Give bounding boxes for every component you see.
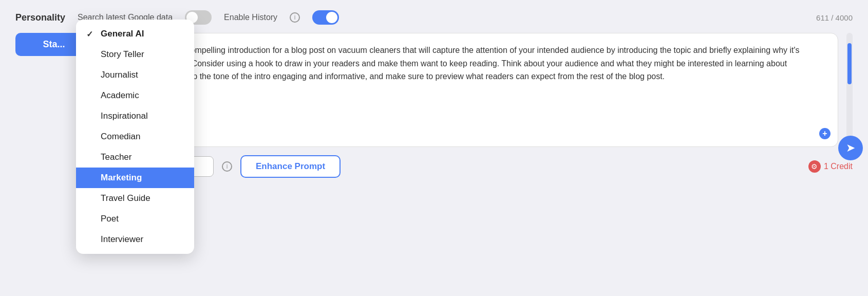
dropdown-item-label: Marketing <box>101 173 142 183</box>
checkmark-placeholder <box>86 91 97 100</box>
checkmark-placeholder <box>86 50 97 59</box>
personality-label: Personality <box>15 12 65 23</box>
scrollbar-thumb[interactable] <box>847 43 852 84</box>
main-container: Personality Search latest Google data En… <box>0 0 868 296</box>
checkmark-placeholder <box>86 70 97 80</box>
credit-badge: ⚙ 1 Credit <box>808 160 853 173</box>
enable-history-toggle[interactable] <box>312 10 339 25</box>
dropdown-item-label: Inspirational <box>101 111 148 121</box>
checkmark-placeholder <box>86 214 97 224</box>
dropdown-item-label: Teacher <box>101 152 131 162</box>
advanced-info-icon[interactable]: i <box>222 161 232 172</box>
dropdown-item-marketing[interactable]: Marketing <box>76 168 194 188</box>
dropdown-item-academic[interactable]: Academic <box>76 85 194 106</box>
dropdown-item-label: Travel Guide <box>101 193 150 203</box>
personality-dropdown[interactable]: ✓ General AI Story Teller Journalist Aca… <box>76 20 194 254</box>
scrollbar-area[interactable] <box>846 33 853 146</box>
checkmark-placeholder <box>86 112 97 121</box>
dropdown-item-label: Academic <box>101 90 139 101</box>
dropdown-item-travel-guide[interactable]: Travel Guide <box>76 188 194 209</box>
dropdown-item-teacher[interactable]: Teacher <box>76 147 194 168</box>
dropdown-item-poet[interactable]: Poet <box>76 209 194 229</box>
dropdown-item-interviewer[interactable]: Interviewer <box>76 229 194 250</box>
add-icon[interactable]: + <box>819 128 831 139</box>
send-icon: ➤ <box>846 141 855 155</box>
checkmark-icon: ✓ <box>86 29 97 39</box>
send-button[interactable]: ➤ <box>838 136 863 160</box>
checkmark-placeholder <box>86 153 97 162</box>
credit-icon: ⚙ <box>808 160 821 173</box>
dropdown-item-label: Comedian <box>101 132 141 142</box>
dropdown-item-comedian[interactable]: Comedian <box>76 126 194 147</box>
enable-history-info-icon[interactable]: i <box>290 12 300 23</box>
checkmark-placeholder <box>86 132 97 141</box>
dropdown-item-label: Interviewer <box>101 234 143 245</box>
dropdown-item-label: Journalist <box>101 70 138 80</box>
char-count: 611 / 4000 <box>816 13 853 22</box>
enable-history-label: Enable History <box>224 13 277 22</box>
checkmark-placeholder <box>86 194 97 203</box>
enhance-prompt-button[interactable]: Enhance Prompt <box>240 155 341 178</box>
textarea-wrapper[interactable]: Instructions: Write a compelling introdu… <box>101 33 838 147</box>
checkmark-placeholder <box>86 173 97 182</box>
dropdown-item-label: Poet <box>101 214 119 224</box>
credit-label: 1 Credit <box>824 162 853 171</box>
dropdown-item-inspirational[interactable]: Inspirational <box>76 106 194 126</box>
dropdown-item-journalist[interactable]: Journalist <box>76 65 194 85</box>
dropdown-item-general-ai[interactable]: ✓ General AI <box>76 24 194 44</box>
dropdown-item-label: Story Teller <box>101 49 144 60</box>
dropdown-item-story-teller[interactable]: Story Teller <box>76 44 194 65</box>
textarea-content[interactable]: Instructions: Write a compelling introdu… <box>101 33 838 146</box>
dropdown-item-label: General AI <box>101 29 144 39</box>
checkmark-placeholder <box>86 235 97 244</box>
